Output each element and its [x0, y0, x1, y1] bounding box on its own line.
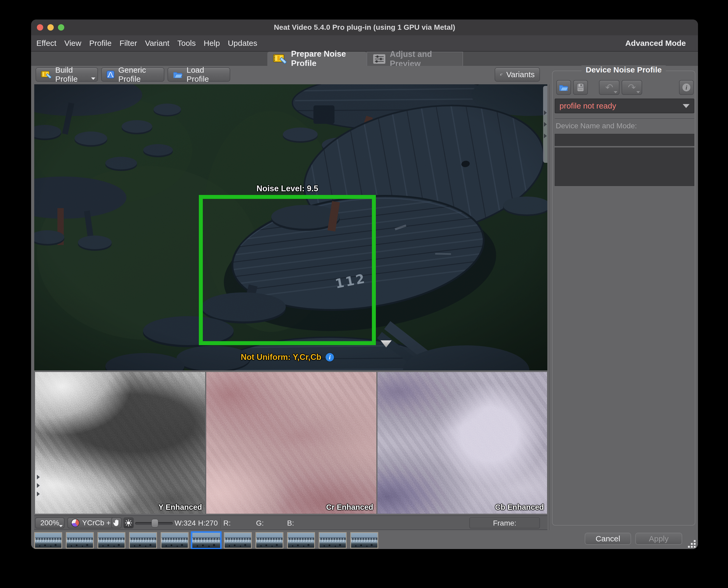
slider-thumb[interactable]: [151, 519, 158, 527]
filmstrip-thumbnail-9[interactable]: [287, 532, 315, 548]
menu-item-profile[interactable]: Profile: [89, 39, 112, 48]
selection-box[interactable]: [199, 195, 376, 345]
chevron-down-icon: [683, 104, 689, 108]
noise-level-label: Noise Level: 9.5: [257, 184, 318, 193]
variants-label: Variants: [506, 70, 535, 79]
brightness-button[interactable]: [123, 518, 134, 528]
menu-item-updates[interactable]: Updates: [228, 39, 257, 48]
info-icon[interactable]: i: [325, 353, 334, 361]
redo-button[interactable]: ↷: [622, 80, 642, 95]
chevron-right-icon: [544, 122, 547, 127]
channel-preview-y[interactable]: Y Enhanced: [35, 372, 205, 514]
save-profile-button[interactable]: [573, 80, 588, 95]
menu-item-tools[interactable]: Tools: [177, 39, 196, 48]
tab-prepare-noise-profile[interactable]: Prepare Noise Profile: [267, 51, 367, 66]
filmstrip-thumbnail-6[interactable]: [191, 531, 222, 549]
redo-icon: ↷: [628, 83, 636, 92]
menu-item-view[interactable]: View: [64, 39, 81, 48]
filmstrip-thumbnail-7[interactable]: [224, 532, 252, 548]
chevron-right-icon: [544, 110, 547, 115]
device-name-label: Device Name and Mode:: [556, 122, 637, 130]
thumbnail-image: [130, 533, 156, 548]
open-folder-icon: [559, 83, 569, 92]
filmstrip-thumbnail-3[interactable]: [98, 532, 125, 548]
load-profile-button[interactable]: Load Profile: [168, 67, 230, 82]
device-noise-profile-panel: Device Noise Profile: [552, 70, 695, 526]
panel-separator: [555, 119, 694, 119]
filmstrip-thumbnail-4[interactable]: [129, 532, 157, 548]
undo-button[interactable]: ↶: [599, 80, 620, 95]
generic-profile-button[interactable]: Generic Profile: [101, 67, 164, 82]
filmstrip-thumbnail-10[interactable]: [319, 532, 347, 548]
color-mode-dropdown[interactable]: YCrCb +: [67, 518, 117, 528]
thumbnail-image: [320, 533, 346, 548]
info-icon: i: [682, 84, 690, 91]
panel-title: Device Noise Profile: [582, 65, 666, 74]
load-profile-file-button[interactable]: [556, 80, 571, 95]
zoom-level-dropdown[interactable]: 200%: [35, 518, 65, 528]
selection-width-readout: W:324: [175, 516, 196, 530]
resize-grip[interactable]: [688, 540, 698, 548]
filmstrip-thumbnail-1[interactable]: [34, 532, 62, 548]
build-profile-button[interactable]: Build Profile: [36, 67, 98, 82]
thumbnail-image: [225, 533, 251, 548]
filmstrip-thumbnail-2[interactable]: [66, 532, 94, 548]
channel-preview-cr[interactable]: Cr Enhanced: [206, 372, 377, 514]
channel-label-y: Y Enhanced: [158, 503, 202, 511]
tab-adjust-and-preview[interactable]: Adjust and Preview: [367, 51, 463, 66]
profile-status-dropdown[interactable]: profile not ready: [555, 99, 694, 113]
viewer-right-panel-handle[interactable]: [543, 86, 547, 163]
device-name-field[interactable]: [555, 134, 694, 146]
chevron-down-icon: [59, 525, 63, 527]
advanced-mode-label: Advanced Mode: [625, 35, 686, 51]
preview-left-panel-handle[interactable]: [35, 470, 41, 501]
menu-item-help[interactable]: Help: [204, 39, 220, 48]
chevron-right-icon: [37, 475, 40, 480]
chevron-right-icon: [544, 133, 547, 138]
noise-texture: [378, 372, 547, 514]
not-uniform-row: Not Uniform: Y,Cr,Cb i: [199, 353, 376, 362]
thumbnail-image: [288, 533, 314, 548]
color-mode-value: YCrCb +: [82, 519, 111, 527]
chevron-down-icon: [91, 78, 95, 80]
window-title: Neat Video 5.4.0 Pro plug-in (using 1 GP…: [31, 20, 698, 35]
content-area: Build Profile Generic Profile Load Profi…: [31, 66, 698, 549]
filmstrip-thumbnail-8[interactable]: [256, 532, 283, 548]
panel-divider: [549, 84, 550, 530]
cancel-button[interactable]: Cancel: [585, 533, 631, 545]
generic-profile-label: Generic Profile: [118, 66, 159, 84]
frame-viewer[interactable]: 112: [34, 84, 547, 371]
brightness-icon: [125, 519, 132, 527]
menu-item-filter[interactable]: Filter: [120, 39, 137, 48]
menu-item-variant[interactable]: Variant: [145, 39, 169, 48]
selection-height-readout: H:270: [198, 516, 218, 530]
bottom-strip: Cancel Apply: [31, 531, 698, 549]
thumbnail-image: [351, 533, 378, 548]
status-bar: 200% YCrCb +: [34, 515, 547, 530]
sliders-icon: [373, 54, 386, 64]
profile-info-button[interactable]: i: [679, 80, 694, 95]
load-profile-label: Load Profile: [187, 66, 225, 84]
build-profile-label: Build Profile: [55, 66, 93, 84]
noise-texture: [206, 372, 377, 514]
channel-preview-cb[interactable]: Cb Enhanced: [378, 372, 547, 514]
pan-tool-button[interactable]: [111, 518, 122, 528]
neat-video-window: Neat Video 5.4.0 Pro plug-in (using 1 GP…: [31, 20, 698, 549]
noise-level-row: Noise Level: 9.5: [199, 184, 376, 193]
menu-item-effect[interactable]: Effect: [36, 39, 56, 48]
variants-button[interactable]: Variants: [495, 67, 540, 82]
device-notes-field[interactable]: [555, 148, 694, 186]
brightness-slider[interactable]: [135, 520, 173, 526]
filmstrip-thumbnail-11[interactable]: [350, 532, 378, 548]
chevron-right-icon: [37, 483, 40, 488]
filmstrip: [34, 532, 378, 549]
menu-bar: EffectViewProfileFilterVariantToolsHelpU…: [31, 35, 698, 51]
apply-button[interactable]: Apply: [635, 533, 682, 545]
thumbnail-image: [192, 533, 220, 548]
frame-info-readout: Frame: 3840x2160,RGB: [469, 518, 540, 528]
film-ruler-icon: [273, 53, 287, 64]
chevron-right-icon: [37, 491, 40, 496]
statusbar-divider: [221, 518, 221, 528]
save-icon: [576, 83, 585, 92]
filmstrip-thumbnail-5[interactable]: [160, 532, 189, 548]
